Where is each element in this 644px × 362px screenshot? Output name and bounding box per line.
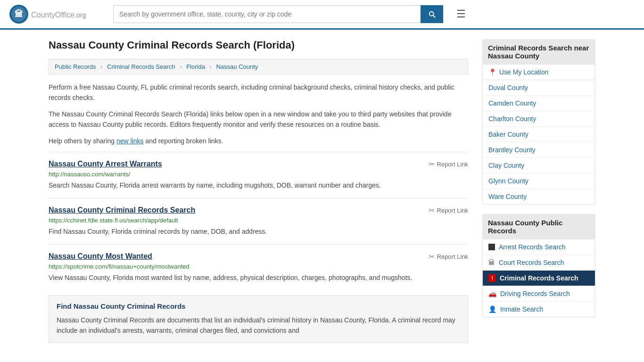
resource-item-1: Nassau County Arrest Warrants ✂ Report L… <box>49 152 468 198</box>
resource-desc-3: View Nassau County, Florida most wanted … <box>49 273 468 283</box>
report-link-btn-3[interactable]: ✂ Report Link <box>429 252 468 261</box>
hamburger-icon: ☰ <box>456 8 466 20</box>
breadcrumb-nassau-county[interactable]: Nassau County <box>216 63 258 70</box>
resource-header-2: Nassau County Criminal Records Search ✂ … <box>49 206 468 215</box>
breadcrumb: Public Records › Criminal Records Search… <box>49 59 468 74</box>
search-icon <box>428 10 436 18</box>
nearby-county-item[interactable]: Brantley County <box>483 142 595 158</box>
car-icon: 🚗 <box>488 290 496 297</box>
logo-icon: 🏛 <box>9 5 28 24</box>
public-records-list: Arrest Records Search🏛Court Records Sear… <box>482 239 595 317</box>
public-records-item[interactable]: Arrest Records Search <box>483 239 595 255</box>
person-icon: 👤 <box>488 305 496 313</box>
nearby-county-link[interactable]: Glynn County <box>488 177 528 185</box>
nearby-county-item[interactable]: Clay County <box>483 158 595 173</box>
public-records-link[interactable]: Court Records Search <box>499 259 564 266</box>
nearby-county-item[interactable]: Duval County <box>483 80 595 96</box>
resource-header-3: Nassau County Most Wanted ✂ Report Link <box>49 252 468 261</box>
public-records-item[interactable]: 🏛Court Records Search <box>483 255 595 271</box>
nearby-county-item[interactable]: Ware County <box>483 189 595 204</box>
description-3: Help others by sharing new links and rep… <box>49 136 468 146</box>
report-icon-1: ✂ <box>429 160 435 169</box>
search-area <box>113 5 443 23</box>
public-records-section: Nassau County Public Records Arrest Reco… <box>482 214 595 317</box>
nearby-county-item[interactable]: Glynn County <box>483 173 595 189</box>
resource-title-3[interactable]: Nassau County Most Wanted <box>49 252 152 261</box>
breadcrumb-sep-3: › <box>210 63 212 70</box>
public-records-item[interactable]: 👤Inmate Search <box>483 302 595 317</box>
breadcrumb-sep-1: › <box>100 63 102 70</box>
public-records-title: Nassau County Public Records <box>482 214 595 239</box>
public-records-item[interactable]: !Criminal Records Search <box>483 271 595 286</box>
new-links-link[interactable]: new links <box>116 137 144 145</box>
resource-item-3: Nassau County Most Wanted ✂ Report Link … <box>49 244 468 290</box>
nearby-section: Criminal Records Search near Nassau Coun… <box>482 39 595 205</box>
nearby-county-link[interactable]: Ware County <box>488 193 527 200</box>
nearby-county-link[interactable]: Charlton County <box>488 115 536 123</box>
nearby-section-title: Criminal Records Search near Nassau Coun… <box>482 39 595 65</box>
logo-area[interactable]: 🏛 CountyOffice.org <box>9 5 104 24</box>
content-area: Nassau County Criminal Records Search (F… <box>49 39 468 343</box>
public-records-link[interactable]: Driving Records Search <box>500 290 570 297</box>
nearby-county-link[interactable]: Baker County <box>488 131 528 138</box>
square-icon <box>488 244 495 250</box>
resource-header-1: Nassau County Arrest Warrants ✂ Report L… <box>49 160 468 169</box>
site-header: 🏛 CountyOffice.org ☰ <box>0 0 644 30</box>
resource-desc-1: Search Nassau County, Florida arrest war… <box>49 181 468 190</box>
resource-url-1[interactable]: http://nassauso.com/warrants/ <box>49 171 468 178</box>
location-pin-icon: 📍 <box>488 68 496 76</box>
description-2: The Nassau County Criminal Records Searc… <box>49 109 468 130</box>
use-location-link[interactable]: Use My Location <box>499 68 548 76</box>
building-icon: 🏛 <box>488 259 495 266</box>
report-link-btn-2[interactable]: ✂ Report Link <box>429 206 468 215</box>
public-records-link[interactable]: Arrest Records Search <box>499 243 566 251</box>
find-section-title: Find Nassau County Criminal Records <box>57 302 460 310</box>
breadcrumb-public-records[interactable]: Public Records <box>55 63 96 70</box>
nearby-county-link[interactable]: Camden County <box>488 99 536 107</box>
find-section: Find Nassau County Criminal Records Nass… <box>49 295 468 343</box>
nearby-county-item[interactable]: Baker County <box>483 127 595 142</box>
breadcrumb-florida[interactable]: Florida <box>186 63 205 70</box>
resource-url-2[interactable]: https://cchinet.fdle.state.fl.us/search/… <box>49 217 468 224</box>
resource-title-1[interactable]: Nassau County Arrest Warrants <box>49 160 162 168</box>
logo-text: CountyOffice.org <box>31 9 86 20</box>
nearby-county-link[interactable]: Brantley County <box>488 146 536 154</box>
use-location-item[interactable]: 📍 Use My Location <box>482 65 595 80</box>
search-input[interactable] <box>113 5 421 23</box>
nearby-county-link[interactable]: Clay County <box>488 162 524 169</box>
resource-url-3[interactable]: https://spotcrime.com/fl/nassau+county/m… <box>49 263 468 270</box>
report-icon-3: ✂ <box>429 252 435 261</box>
sidebar: Criminal Records Search near Nassau Coun… <box>482 39 595 343</box>
nearby-county-link[interactable]: Duval County <box>488 84 528 91</box>
resource-title-2[interactable]: Nassau County Criminal Records Search <box>49 206 195 214</box>
main-container: Nassau County Criminal Records Search (F… <box>39 30 605 353</box>
nearby-county-item[interactable]: Charlton County <box>483 111 595 127</box>
resource-item-2: Nassau County Criminal Records Search ✂ … <box>49 198 468 244</box>
page-title: Nassau County Criminal Records Search (F… <box>49 39 468 51</box>
breadcrumb-criminal-records[interactable]: Criminal Records Search <box>107 63 175 70</box>
find-section-desc: Nassau County Criminal Records are docum… <box>57 315 460 336</box>
description-1: Perform a free Nassau County, FL public … <box>49 82 468 103</box>
public-records-link[interactable]: Criminal Records Search <box>500 274 578 282</box>
breadcrumb-sep-2: › <box>180 63 182 70</box>
hamburger-menu-button[interactable]: ☰ <box>453 7 470 21</box>
search-button[interactable] <box>421 5 443 23</box>
nearby-county-item[interactable]: Camden County <box>483 96 595 111</box>
public-records-link[interactable]: Inmate Search <box>500 305 543 313</box>
report-link-btn-1[interactable]: ✂ Report Link <box>429 160 468 169</box>
public-records-item[interactable]: 🚗Driving Records Search <box>483 286 595 302</box>
resource-desc-2: Find Nassau County, Florida criminal rec… <box>49 227 468 237</box>
svg-text:🏛: 🏛 <box>15 9 23 19</box>
report-icon-2: ✂ <box>429 206 435 215</box>
exclaim-icon: ! <box>488 274 496 282</box>
nearby-list: Duval CountyCamden CountyCharlton County… <box>482 80 595 205</box>
